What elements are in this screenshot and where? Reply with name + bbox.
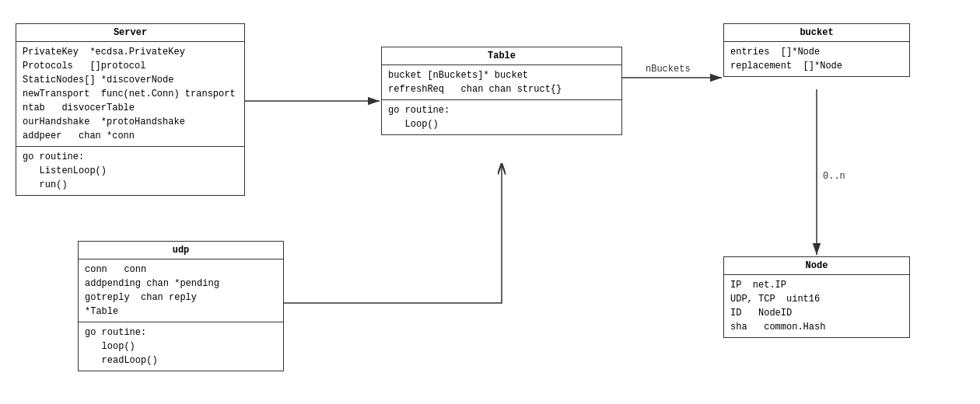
server-title: Server (16, 24, 244, 42)
udp-box: udp conn conn addpending chan *pending g… (78, 241, 284, 371)
server-routines: go routine: ListenLoop() run() (16, 146, 244, 195)
node-box: Node IP net.IP UDP, TCP uint16 ID NodeID… (723, 256, 910, 338)
node-fields: IP net.IP UDP, TCP uint16 ID NodeID sha … (724, 275, 909, 337)
table-box: Table bucket [nBuckets]* bucket refreshR… (381, 47, 622, 135)
zero-n-label: 0..n (823, 171, 845, 182)
table-routines: go routine: Loop() (382, 99, 621, 134)
node-title: Node (724, 257, 909, 275)
udp-fields: conn conn addpending chan *pending gotre… (79, 259, 283, 322)
diagram: Server PrivateKey *ecdsa.PrivateKey Prot… (0, 0, 980, 404)
table-title: Table (382, 47, 621, 65)
server-box: Server PrivateKey *ecdsa.PrivateKey Prot… (16, 23, 245, 196)
server-fields: PrivateKey *ecdsa.PrivateKey Protocols [… (16, 42, 244, 146)
udp-routines: go routine: loop() readLoop() (79, 322, 283, 371)
bucket-fields: entries []*Node replacement []*Node (724, 42, 909, 76)
table-fields: bucket [nBuckets]* bucket refreshReq cha… (382, 65, 621, 99)
udp-to-table-arrow (284, 163, 502, 303)
udp-title: udp (79, 242, 283, 259)
nbuckets-label: nBuckets (646, 64, 691, 75)
bucket-box: bucket entries []*Node replacement []*No… (723, 23, 910, 77)
bucket-title: bucket (724, 24, 909, 42)
